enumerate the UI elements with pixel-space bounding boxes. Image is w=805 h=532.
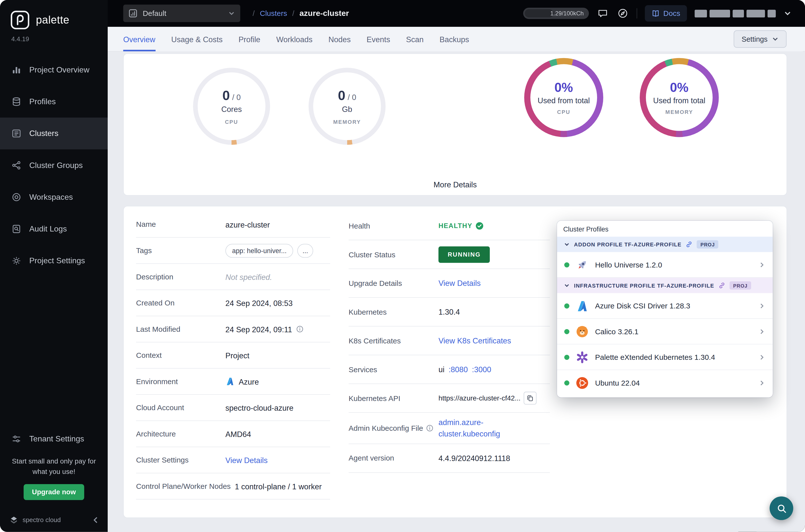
more-details-link[interactable]: More Details: [434, 180, 477, 189]
profile-pack-row-ubuntu[interactable]: Ubuntu 22.04: [557, 370, 773, 396]
detail-row-health: Health HEALTHY: [349, 211, 550, 240]
sidebar-item-audit-logs[interactable]: Audit Logs: [0, 213, 108, 245]
settings-button[interactable]: Settings: [734, 30, 786, 48]
tab-usage-costs[interactable]: Usage & Costs: [171, 27, 223, 51]
environment-value: Azure: [239, 377, 259, 386]
upgrade-promo-text: Start small and only pay for what you us…: [0, 451, 108, 477]
app-window: palette 4.4.19 Project Overview Profiles…: [0, 0, 805, 532]
detail-label: Environment: [136, 377, 225, 386]
info-icon[interactable]: [426, 424, 433, 432]
cluster-settings-view-details-link[interactable]: View Details: [225, 456, 268, 464]
top-bar: Default / Clusters / azure-cluster 1.29/…: [108, 0, 805, 27]
brand-name: palette: [36, 14, 70, 26]
info-icon[interactable]: [296, 326, 303, 333]
sidebar-item-project-overview[interactable]: Project Overview: [0, 54, 108, 86]
tab-label: Events: [366, 35, 390, 43]
breadcrumb-clusters-link[interactable]: Clusters: [260, 9, 287, 17]
cluster-profiles-popover: Cluster Profiles ADDON PROFILE TF-AZURE-…: [557, 221, 773, 398]
health-status-value: HEALTHY: [439, 222, 473, 229]
cluster-tab-bar: Overview Usage & Costs Profile Workloads…: [108, 27, 805, 51]
kubeconfig-download-link[interactable]: admin.azure-cluster.kubeconfig: [439, 417, 516, 439]
addon-profile-header[interactable]: ADDON PROFILE TF-AZURE-PROFILE PROJ: [557, 237, 773, 252]
upgrade-view-details-link[interactable]: View Details: [439, 279, 481, 287]
sidebar-item-workspaces[interactable]: Workspaces: [0, 181, 108, 213]
tab-overview[interactable]: Overview: [123, 27, 155, 51]
detail-label: Context: [136, 351, 225, 359]
proj-badge: PROJ: [697, 240, 718, 248]
upgrade-now-button[interactable]: Upgrade now: [24, 484, 84, 500]
proj-badge: PROJ: [730, 281, 751, 289]
pack-name: Ubuntu 22.04: [595, 379, 640, 387]
detail-row-environment: Environment Azure: [136, 369, 330, 395]
profile-pack-row-palette-k8s[interactable]: Palette eXtended Kubernetes 1.30.4: [557, 344, 773, 370]
sidebar-item-tenant-settings[interactable]: Tenant Settings: [0, 426, 108, 451]
layers-icon: [12, 96, 22, 107]
compass-icon[interactable]: [617, 7, 629, 20]
running-status-button[interactable]: RUNNING: [439, 246, 490, 263]
tab-events[interactable]: Events: [366, 27, 390, 51]
memory-gauge-total: / 0: [348, 93, 356, 101]
detail-row-kubeconfig: Admin Kubeconfig File admin.azure-cluste…: [349, 413, 550, 444]
tab-label: Workloads: [276, 35, 312, 43]
docs-button[interactable]: Docs: [645, 5, 687, 22]
chevron-down-icon: [228, 10, 235, 17]
service-port-3000-link[interactable]: :3000: [472, 365, 491, 374]
detail-label: Kubernetes API: [349, 394, 439, 402]
account-chevron-down-icon[interactable]: [783, 9, 791, 17]
nodes-value: 1 control-plane / 1 worker: [235, 482, 330, 491]
palette-k8s-icon: [575, 350, 589, 364]
copy-icon[interactable]: [523, 392, 537, 405]
sidebar-item-label: Project Overview: [29, 65, 89, 74]
search-fab-button[interactable]: [769, 496, 793, 520]
cpu-gauge-total: / 0: [232, 93, 241, 101]
chat-icon[interactable]: [597, 7, 609, 20]
memory-gauge: 0 / 0 Gb MEMORY: [308, 68, 385, 145]
top-bar-actions: 1.29/100kCh Docs: [523, 5, 791, 22]
chevron-down-icon: [564, 282, 570, 289]
metrics-card: 0 / 0 Cores CPU 0 / 0 Gb MEMORY 0% U: [123, 53, 787, 195]
tab-scan[interactable]: Scan: [406, 27, 424, 51]
sidebar-item-label: Clusters: [29, 129, 59, 138]
user-account-redacted[interactable]: [694, 10, 776, 17]
details-left-column: Name azure-cluster Tags app: hello-unive…: [136, 211, 330, 508]
tab-label: Backups: [439, 35, 469, 43]
detail-row-name: Name azure-cluster: [136, 211, 330, 238]
breadcrumb-separator: /: [292, 9, 294, 17]
sidebar-item-cluster-groups[interactable]: Cluster Groups: [0, 149, 108, 181]
sidebar-item-clusters[interactable]: Clusters: [0, 118, 108, 149]
detail-row-kubernetes-api: Kubernetes API https://azure-cluster-cf4…: [349, 384, 550, 413]
addon-profile-header-label: ADDON PROFILE TF-AZURE-PROFILE: [574, 241, 682, 247]
context-value: Project: [225, 351, 330, 360]
tab-nodes[interactable]: Nodes: [328, 27, 351, 51]
details-right-column: Health HEALTHY Cluster Status RUNNING: [349, 211, 550, 508]
sidebar-item-profiles[interactable]: Profiles: [0, 86, 108, 118]
status-dot: [564, 262, 570, 267]
collapse-sidebar-icon[interactable]: [91, 515, 100, 525]
view-k8s-certificates-link[interactable]: View K8s Certificates: [439, 336, 511, 345]
pack-name: Calico 3.26.1: [595, 327, 638, 336]
project-selector[interactable]: Default: [123, 5, 241, 22]
sidebar-item-label: Audit Logs: [29, 224, 67, 233]
tab-workloads[interactable]: Workloads: [276, 27, 312, 51]
detail-label: Services: [349, 365, 439, 374]
detail-row-created-on: Created On 24 Sep 2024, 08:53: [136, 290, 330, 316]
detail-label: Kubernetes: [349, 308, 439, 316]
spectro-cloud-logo-icon: [9, 515, 18, 525]
more-tags-chip[interactable]: ...: [297, 244, 313, 258]
tab-profile[interactable]: Profile: [238, 27, 260, 51]
profile-pack-row-hello-universe[interactable]: Hello Universe 1.2.0: [557, 252, 773, 278]
tab-backups[interactable]: Backups: [439, 27, 469, 51]
palette-logo-icon: [10, 10, 30, 30]
audit-log-icon: [12, 224, 22, 234]
sidebar-item-project-settings[interactable]: Project Settings: [0, 245, 108, 277]
cpu-usage-donut: 0% Used from total CPU: [524, 58, 603, 137]
detail-row-k8s-certificates: K8s Certificates View K8s Certificates: [349, 326, 550, 355]
profile-pack-row-calico[interactable]: Calico 3.26.1: [557, 319, 773, 344]
service-port-8080-link[interactable]: :8080: [449, 365, 468, 374]
infrastructure-profile-header[interactable]: INFRASTRUCTURE PROFILE TF-AZURE-PROFILE …: [557, 278, 773, 293]
profile-pack-row-azure-disk[interactable]: Azure Disk CSI Driver 1.28.3: [557, 293, 773, 319]
detail-label: Last Modified: [136, 325, 225, 333]
usage-meter-value: 1.29/100kCh: [550, 10, 583, 16]
tag-chip[interactable]: app: hello-univer...: [225, 244, 293, 258]
tab-label: Scan: [406, 35, 424, 43]
